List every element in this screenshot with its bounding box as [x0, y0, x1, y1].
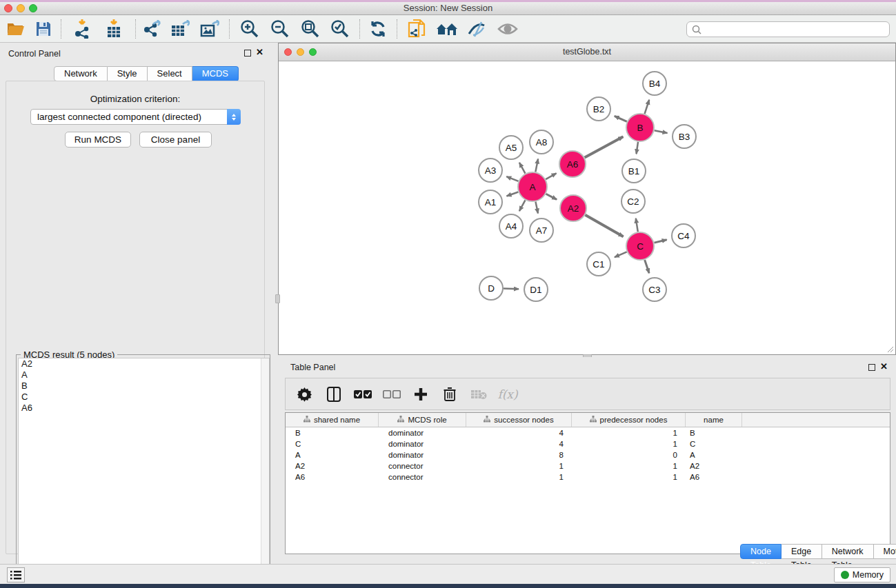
tab-network-table[interactable]: Network Table	[822, 544, 874, 559]
cell-successor-nodes[interactable]: 4	[466, 427, 572, 438]
result-item[interactable]: C	[19, 392, 269, 403]
show-all-button[interactable]	[496, 18, 519, 40]
edge-A-A3[interactable]	[506, 176, 518, 181]
zoom-selected-button[interactable]	[328, 18, 351, 40]
tab-node-table[interactable]: Node Table	[740, 544, 781, 559]
table-row[interactable]: Cdominator41C	[286, 438, 890, 449]
result-item[interactable]: A	[19, 369, 269, 381]
cell-predecessor-nodes[interactable]: 1	[572, 460, 686, 472]
edge-A2-C[interactable]	[585, 215, 623, 236]
close-panel-button[interactable]: Close panel	[139, 132, 212, 148]
show-columns-button[interactable]	[324, 385, 344, 404]
zoom-window-button[interactable]	[29, 4, 37, 12]
cell-name[interactable]: A	[686, 449, 742, 460]
cell-predecessor-nodes[interactable]: 0	[572, 449, 686, 460]
graph-node-A5[interactable]: A5	[499, 136, 523, 159]
graph-node-B1[interactable]: B1	[622, 159, 646, 183]
tab-select[interactable]: Select	[148, 66, 192, 81]
table-settings-button[interactable]	[295, 385, 315, 404]
cell-shared-name[interactable]: C	[286, 438, 379, 449]
zoom-in-button[interactable]	[237, 18, 261, 40]
edge-A-A6[interactable]	[546, 173, 556, 179]
cell-name[interactable]: C	[686, 438, 742, 449]
copy-network-button[interactable]	[406, 18, 429, 40]
resize-grip-icon[interactable]	[886, 345, 894, 353]
graph-node-B3[interactable]: B3	[673, 125, 696, 148]
vertical-splitter-handle[interactable]	[275, 294, 280, 303]
tab-edge-table[interactable]: Edge Table	[781, 544, 822, 559]
column-header-name[interactable]: name	[686, 413, 742, 427]
graph-node-B4[interactable]: B4	[643, 72, 666, 95]
tab-mcds[interactable]: MCDS	[192, 66, 239, 81]
save-session-button[interactable]	[32, 18, 55, 40]
edge-C-C1[interactable]	[615, 252, 627, 257]
result-item[interactable]: B	[19, 381, 269, 392]
memory-button[interactable]: Memory	[834, 567, 890, 582]
cell-predecessor-nodes[interactable]: 1	[572, 472, 686, 483]
cell-MCDS-role[interactable]: dominator	[379, 449, 466, 460]
graph-node-A3[interactable]: A3	[479, 159, 502, 182]
graph-node-A2[interactable]: A2	[560, 195, 586, 221]
deselect-all-button[interactable]	[382, 385, 401, 404]
mcds-result-list[interactable]: A2ABCA6	[18, 358, 270, 588]
graph-node-A[interactable]: A	[518, 172, 547, 201]
network-window-titlebar[interactable]: testGlobe.txt	[279, 43, 895, 61]
edge-B-B1[interactable]	[637, 142, 638, 154]
zoom-network-button[interactable]	[309, 48, 317, 56]
result-scrollbar[interactable]	[261, 358, 269, 588]
minimize-window-button[interactable]	[17, 4, 25, 12]
tab-network[interactable]: Network	[54, 66, 108, 81]
graph-node-C1[interactable]: C1	[587, 252, 610, 276]
graph-node-D1[interactable]: D1	[524, 278, 548, 301]
table-row[interactable]: A2connector11A2	[286, 460, 890, 472]
close-table-panel-icon[interactable]: ✕	[880, 362, 888, 372]
column-header-predecessor-nodes[interactable]: predecessor nodes	[572, 413, 686, 427]
graph-node-C2[interactable]: C2	[621, 190, 645, 213]
network-canvas[interactable]: AA6A2BCA5A8A3A1A4A7B2B4B3B1C2C4C1C3DD1	[279, 61, 895, 354]
table-row[interactable]: A6connector11A6	[286, 472, 890, 483]
run-mcds-button[interactable]: Run MCDS	[65, 132, 131, 148]
main-titlebar[interactable]: Session: New Session	[0, 2, 896, 15]
graph-node-B[interactable]: B	[626, 114, 654, 141]
close-network-button[interactable]	[284, 48, 292, 56]
import-table-button[interactable]	[102, 18, 126, 40]
zoom-fit-button[interactable]	[298, 18, 321, 40]
cell-MCDS-role[interactable]: dominator	[379, 438, 466, 449]
criterion-dropdown[interactable]: largest connected component (directed)	[30, 109, 241, 125]
graph-node-A8[interactable]: A8	[530, 130, 553, 154]
cell-successor-nodes[interactable]: 1	[466, 472, 572, 483]
table-row[interactable]: Adominator80A	[286, 449, 890, 460]
export-table-button[interactable]	[168, 18, 192, 40]
cell-MCDS-role[interactable]: dominator	[379, 427, 466, 438]
edge-D-D1[interactable]	[504, 289, 519, 290]
first-neighbors-button[interactable]	[435, 18, 459, 40]
graph-node-A4[interactable]: A4	[499, 214, 523, 238]
graph-node-A6[interactable]: A6	[559, 151, 586, 177]
cell-shared-name[interactable]: A6	[286, 472, 379, 483]
cell-name[interactable]: A6	[686, 472, 742, 483]
import-network-button[interactable]	[70, 18, 94, 40]
delete-table-button[interactable]	[469, 385, 488, 404]
export-image-button[interactable]	[198, 18, 221, 40]
close-window-button[interactable]	[4, 4, 12, 12]
cell-shared-name[interactable]: B	[286, 427, 379, 438]
tab-style[interactable]: Style	[108, 66, 148, 81]
select-all-button[interactable]	[353, 385, 372, 404]
cell-MCDS-role[interactable]: connector	[379, 460, 466, 472]
table-row[interactable]: Bdominator41B	[286, 427, 890, 438]
edge-A-A7[interactable]	[535, 202, 538, 214]
close-panel-icon[interactable]: ✕	[256, 48, 263, 57]
graph-node-C3[interactable]: C3	[643, 278, 666, 301]
edge-A-A4[interactable]	[519, 200, 526, 211]
edge-A-A8[interactable]	[535, 159, 538, 172]
result-item[interactable]: A6	[19, 403, 269, 414]
edge-B-B2[interactable]	[615, 116, 627, 121]
edge-A6-B[interactable]	[585, 136, 624, 157]
edge-B-B4[interactable]	[645, 100, 650, 114]
edge-A-A2[interactable]	[546, 194, 557, 199]
delete-row-button[interactable]	[440, 385, 459, 404]
search-input[interactable]	[704, 25, 889, 34]
network-view-window[interactable]: testGlobe.txt AA6A2BCA5A8A3A1A4A7B2B4B3B…	[278, 43, 896, 355]
hide-selected-button[interactable]	[465, 18, 488, 40]
edge-C-C2[interactable]	[636, 219, 638, 232]
